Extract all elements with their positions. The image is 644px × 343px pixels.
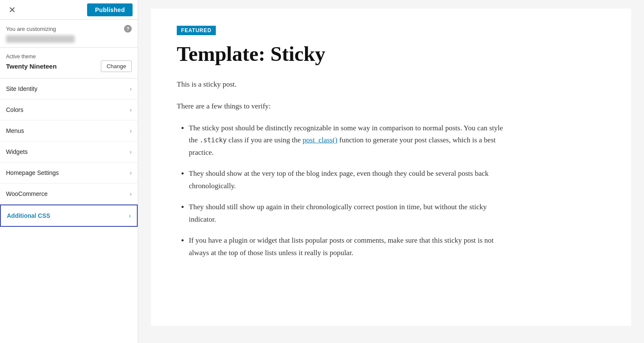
post-title: Template: Sticky xyxy=(177,43,605,66)
sidebar-item-woocommerce[interactable]: WooCommerce › xyxy=(0,184,138,205)
menu-item-label: Colors xyxy=(6,106,23,113)
chevron-right-icon: › xyxy=(130,190,132,197)
list-item: The sticky post should be distinctly rec… xyxy=(189,122,511,159)
post-body: This is a sticky post. There are a few t… xyxy=(177,78,511,259)
menu-item-label: Widgets xyxy=(6,148,28,155)
customizing-label: You are customizing xyxy=(6,26,56,32)
sidebar-item-homepage-settings[interactable]: Homepage Settings › xyxy=(0,162,138,184)
theme-name: Twenty Nineteen xyxy=(6,63,57,70)
close-button[interactable]: ✕ xyxy=(5,3,19,17)
sidebar-item-additional-css[interactable]: Additional CSS › xyxy=(0,205,138,227)
list-item: If you have a plugin or widget that list… xyxy=(189,235,511,259)
list-item: They should still show up again in their… xyxy=(189,201,511,226)
chevron-right-icon: › xyxy=(130,127,132,134)
theme-section: Active theme Twenty Nineteen Change xyxy=(0,48,138,78)
menu-item-label: WooCommerce xyxy=(6,190,48,197)
code-sticky: .sticky xyxy=(200,136,227,144)
sidebar: ✕ Published You are customizing ? Active… xyxy=(0,0,138,343)
customizing-section: You are customizing ? xyxy=(0,20,138,48)
chevron-right-icon: › xyxy=(130,169,132,176)
sidebar-item-widgets[interactable]: Widgets › xyxy=(0,141,138,162)
change-theme-button[interactable]: Change xyxy=(101,60,132,72)
paragraph-2: There are a few things to verify: xyxy=(177,100,511,113)
preview-content: FEATURED Template: Sticky This is a stic… xyxy=(151,9,631,326)
post-class-link[interactable]: post_class() xyxy=(302,136,337,144)
preview-area: FEATURED Template: Sticky This is a stic… xyxy=(138,0,644,343)
sidebar-item-colors[interactable]: Colors › xyxy=(0,99,138,120)
menu-item-label: Additional CSS xyxy=(7,212,50,219)
paragraph-1: This is a sticky post. xyxy=(177,78,511,91)
chevron-right-icon: › xyxy=(130,106,132,113)
chevron-right-icon: › xyxy=(130,148,132,155)
menu-item-label: Site Identity xyxy=(6,85,37,92)
help-icon[interactable]: ? xyxy=(124,25,132,33)
list-item: They should show at the very top of the … xyxy=(189,168,511,193)
chevron-right-icon: › xyxy=(130,85,132,92)
featured-badge: FEATURED xyxy=(177,26,216,35)
sticky-list: The sticky post should be distinctly rec… xyxy=(177,122,511,259)
menu-list: Site Identity › Colors › Menus › Widgets… xyxy=(0,78,138,343)
chevron-right-icon: › xyxy=(129,212,131,219)
menu-item-label: Homepage Settings xyxy=(6,169,59,176)
site-url-blurred xyxy=(6,35,75,43)
sidebar-header: ✕ Published xyxy=(0,0,138,20)
sidebar-item-site-identity[interactable]: Site Identity › xyxy=(0,78,138,99)
published-button[interactable]: Published xyxy=(87,3,133,16)
menu-item-label: Menus xyxy=(6,127,24,134)
theme-label: Active theme xyxy=(6,54,132,60)
sidebar-item-menus[interactable]: Menus › xyxy=(0,120,138,141)
